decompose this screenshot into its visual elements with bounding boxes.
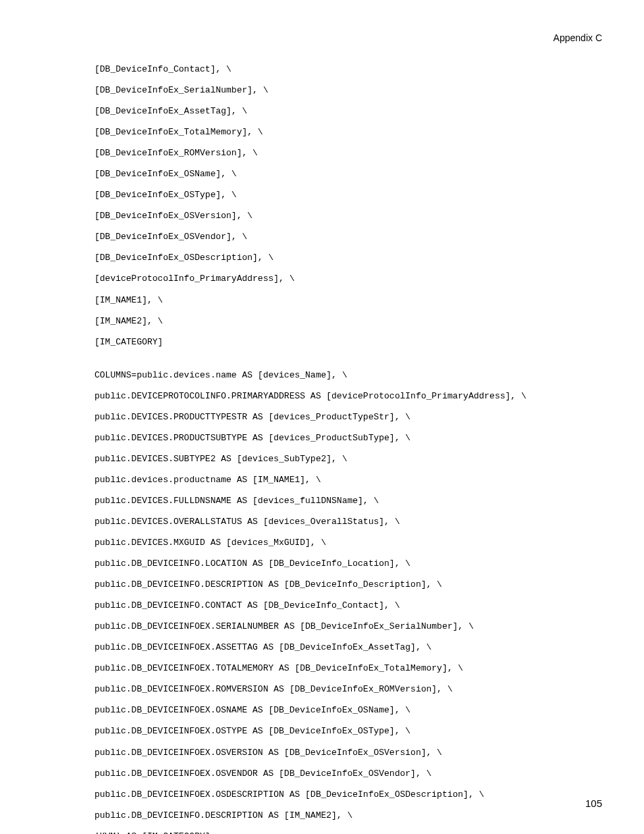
code-line: public.DB_DEVICEINFOEX.SERIALNUMBER AS [… (95, 621, 595, 633)
code-line: public.DB_DEVICEINFOEX.ROMVERSION AS [DB… (95, 683, 595, 696)
code-line: public.DEVICES.PRODUCTTYPESTR AS [device… (95, 411, 595, 423)
code-line: public.DEVICES.FULLDNSNAME AS [devices_f… (95, 495, 595, 507)
code-line: 'KVM' AS [IM_CATEGORY] (95, 831, 595, 834)
code-line: public.DEVICES.MXGUID AS [devices_MxGUID… (95, 537, 595, 549)
code-line: public.DEVICEPROTOCOLINFO.PRIMARYADDRESS… (95, 390, 595, 402)
code-line: [DB_DeviceInfoEx_OSVersion], \ (95, 210, 595, 222)
code-line: public.DEVICES.SUBTYPE2 AS [devices_SubT… (95, 453, 595, 465)
code-line: public.DB_DEVICEINFOEX.OSVERSION AS [DB_… (95, 747, 595, 759)
code-line: COLUMNS=public.devices.name AS [devices_… (95, 369, 595, 382)
code-line: [DB_DeviceInfoEx_TotalMemory], \ (95, 126, 595, 138)
code-line: public.DB_DEVICEINFOEX.OSTYPE AS [DB_Dev… (95, 725, 595, 737)
code-line: public.DB_DEVICEINFO.LOCATION AS [DB_Dev… (95, 558, 595, 570)
code-block: [DB_DeviceInfo_Contact], \[DB_DeviceInfo… (95, 63, 595, 834)
code-line: public.DB_DEVICEINFOEX.OSNAME AS [DB_Dev… (95, 704, 595, 716)
code-line: [IM_NAME2], \ (95, 315, 595, 328)
code-line: public.DB_DEVICEINFOEX.OSVENDOR AS [DB_D… (95, 768, 595, 780)
code-line: [DB_DeviceInfoEx_ROMVersion], \ (95, 147, 595, 159)
code-line: [IM_NAME1], \ (95, 294, 595, 307)
code-line: [DB_DeviceInfoEx_OSVendor], \ (95, 231, 595, 243)
code-line: [DB_DeviceInfoEx_SerialNumber], \ (95, 84, 595, 97)
code-line: public.DEVICES.OVERALLSTATUS AS [devices… (95, 516, 595, 528)
code-line: public.DB_DEVICEINFO.DESCRIPTION AS [IM_… (95, 810, 595, 822)
code-line: [DB_DeviceInfoEx_OSType], \ (95, 189, 595, 201)
code-line: public.DB_DEVICEINFOEX.ASSETTAG AS [DB_D… (95, 642, 595, 654)
appendix-header: Appendix C (554, 32, 602, 43)
code-line: [DB_DeviceInfoEx_AssetTag], \ (95, 105, 595, 118)
code-line: public.DB_DEVICEINFO.CONTACT AS [DB_Devi… (95, 600, 595, 612)
code-line: [deviceProtocolInfo_PrimaryAddress], \ (95, 273, 595, 285)
blank-line (95, 357, 595, 369)
code-line: [IM_CATEGORY] (95, 336, 595, 348)
page-number: 105 (585, 798, 602, 809)
code-line: public.devices.productname AS [IM_NAME1]… (95, 474, 595, 486)
code-line: public.DB_DEVICEINFO.DESCRIPTION AS [DB_… (95, 579, 595, 591)
code-line: public.DB_DEVICEINFOEX.TOTALMEMORY AS [D… (95, 662, 595, 675)
code-line: [DB_DeviceInfoEx_OSDescription], \ (95, 252, 595, 264)
code-line: [DB_DeviceInfo_Contact], \ (95, 63, 595, 76)
code-line: public.DEVICES.PRODUCTSUBTYPE AS [device… (95, 432, 595, 444)
code-line: [DB_DeviceInfoEx_OSName], \ (95, 168, 595, 180)
code-line: public.DB_DEVICEINFOEX.OSDESCRIPTION AS … (95, 789, 595, 801)
